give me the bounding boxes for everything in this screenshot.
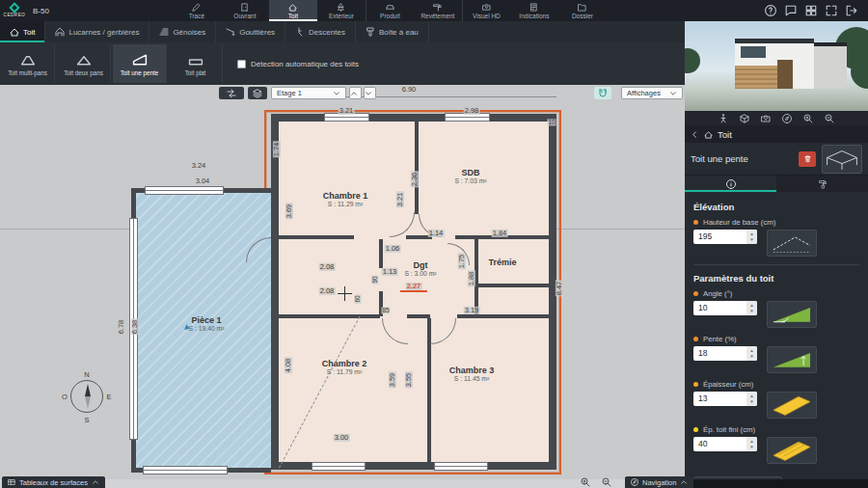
room-label-chambre-1[interactable]: Chambre 1S : 11.29 m² [323, 191, 368, 207]
dimension-label[interactable]: 3.21 [396, 192, 404, 208]
exit-button[interactable] [846, 5, 858, 17]
dimension-label[interactable]: 3.21 [339, 107, 355, 115]
epaisseur-stepper[interactable]: 13▲▼ [693, 392, 757, 406]
ribbon-tab-bo-te-eau[interactable]: Boîte à eau [356, 21, 429, 42]
dimension-label[interactable]: 6.90 [401, 86, 418, 94]
nav-tab-trac-[interactable]: Tracé [173, 0, 221, 21]
stepper-arrows-icon[interactable]: ▲▼ [746, 392, 757, 406]
dimension-label[interactable]: 1.75 [458, 254, 466, 270]
selected-dimension-line[interactable] [400, 290, 427, 292]
delete-roof-button[interactable] [799, 151, 816, 167]
dimension-label[interactable]: 60 [354, 294, 361, 303]
checkbox-icon[interactable] [237, 60, 246, 68]
screens-button[interactable] [805, 5, 818, 17]
dimension-label[interactable]: 1.13 [382, 268, 398, 276]
floor-up-button[interactable] [349, 87, 362, 99]
dimension-label[interactable]: 2.36 [411, 172, 419, 188]
ribbon-tab-g-noises[interactable]: Génoises [149, 21, 216, 42]
zoom-out-button[interactable] [598, 476, 615, 488]
preview-3d[interactable] [685, 21, 868, 111]
display-options-select[interactable]: Affichages [621, 87, 683, 99]
cube-button[interactable] [740, 114, 749, 123]
tab-roof-info[interactable] [685, 176, 776, 192]
surface-tables-button[interactable]: Tableaux de surfaces [2, 476, 105, 488]
auto-detect-checkbox[interactable]: Détection automatique des toits [237, 60, 359, 68]
roof-preview-thumbnail[interactable] [822, 145, 862, 174]
stepper-arrows-icon[interactable]: ▲▼ [746, 437, 757, 451]
dimension-label[interactable]: 6.38 [131, 319, 139, 336]
compass-button[interactable] [782, 114, 792, 123]
camera-button[interactable] [761, 114, 771, 123]
dimension-label[interactable]: 1.84 [492, 230, 508, 237]
dimension-label[interactable]: 6.78 [118, 319, 125, 336]
dimension-label[interactable]: 1.74 [273, 142, 281, 158]
nav-tab-visuel-hd[interactable]: Visuel HD [462, 0, 510, 21]
expand-button[interactable] [826, 5, 838, 17]
house-3d-side [814, 42, 847, 89]
angle-stepper[interactable]: 10▲▼ [693, 301, 757, 315]
nav-tab-dossier[interactable]: Dossier [558, 0, 607, 21]
dimension-label[interactable]: 1.06 [385, 245, 401, 253]
dimension-label[interactable]: 4.08 [285, 358, 292, 374]
dimension-label[interactable]: 3.00 [334, 434, 350, 442]
dimension-label[interactable]: 2.08 [319, 263, 336, 271]
snap-magnet-button[interactable] [594, 87, 611, 99]
help-button[interactable] [765, 5, 777, 17]
room-label-chambre-3[interactable]: Chambre 3S : 11.45 m² [449, 366, 495, 382]
zoom-in-button[interactable] [803, 114, 813, 123]
tab-roof-material[interactable] [776, 176, 868, 192]
dimension-label[interactable]: 3.55 [405, 372, 413, 389]
floor-plan-canvas[interactable]: Chambre 1S : 11.29 m²SDBS : 7.03 m²Trémi… [0, 85, 685, 479]
room-label-pi-ce-1[interactable]: Pièce 1S : 19.40 m² [188, 315, 224, 332]
room-label-chambre-2[interactable]: Chambre 2S : 11.79 m² [322, 359, 367, 375]
ribbon-tab-lucarnes-gerbi-res[interactable]: Lucarnes / gerbières [45, 21, 149, 42]
pente-stepper[interactable]: 18▲▼ [693, 346, 757, 361]
chevron-left-icon[interactable] [691, 130, 699, 139]
nav-tab-rev-tement[interactable]: Revêtement [414, 0, 462, 21]
dimension-label[interactable]: 3.59 [389, 372, 396, 389]
zoom-in-button[interactable] [577, 476, 594, 488]
stepper-arrows-icon[interactable]: ▲▼ [746, 301, 757, 315]
stepper-arrows-icon[interactable]: ▲▼ [746, 230, 757, 244]
nav-tab-ext-rieur[interactable]: Extérieur [317, 0, 366, 21]
room-label-tr-mie[interactable]: Trémie [488, 258, 516, 267]
dimension-label[interactable]: 1.14 [428, 230, 445, 237]
dimension-label[interactable]: 1.88 [468, 271, 475, 287]
chat-button[interactable] [785, 5, 798, 17]
room-label-dgt[interactable]: DgtS : 3.00 m² [404, 260, 436, 277]
room-label-sdb[interactable]: SDBS : 7.03 m² [454, 168, 486, 184]
field-bullet-icon [693, 220, 698, 225]
nav-tab-indications[interactable]: Indications [510, 0, 558, 21]
ep-toit-fini-stepper[interactable]: 40▲▼ [693, 437, 757, 451]
tool-toit-multi-pans[interactable]: Toit multi-pans [1, 44, 55, 83]
nav-tab-toit[interactable]: Toit [269, 0, 317, 21]
walk-button[interactable] [719, 114, 728, 123]
dimension-label[interactable]: 2.08 [319, 287, 336, 295]
dimension-label[interactable]: 3.24 [191, 162, 207, 170]
floor-down-button[interactable] [364, 87, 376, 99]
dimension-label[interactable]: 10 [547, 119, 556, 125]
tool-toit-deux-pans[interactable]: Toit deux pans [57, 44, 111, 83]
dimension-label[interactable]: 3.69 [285, 203, 293, 220]
hauteur-base-stepper[interactable]: 195▲▼ [693, 230, 757, 244]
layers-button[interactable] [248, 87, 267, 99]
tool-toit-plat[interactable]: Toit plat [169, 44, 223, 83]
dimension-label-selected[interactable]: 2.27 [406, 283, 422, 290]
floor-select[interactable]: Etage 1 [271, 87, 346, 99]
dimension-label[interactable]: 3.04 [195, 177, 211, 185]
stepper-arrows-icon[interactable]: ▲▼ [746, 346, 757, 361]
dimension-label[interactable]: 90 [371, 275, 378, 284]
ribbon-tab-goutti-res[interactable]: Gouttières [216, 21, 285, 42]
dimension-label[interactable]: 2.98 [464, 107, 480, 115]
zoom-out-button[interactable] [825, 114, 834, 123]
ribbon-tab-descentes[interactable]: Descentes [285, 21, 356, 42]
navigation-button[interactable]: Navigation [625, 476, 693, 488]
nav-tab-ouvrant[interactable]: Ouvrant [221, 0, 269, 21]
nav-tab-produit[interactable]: Produit [366, 0, 414, 21]
undo-redo-button[interactable] [219, 87, 244, 99]
dimension-label[interactable]: 85 [381, 307, 390, 313]
dimension-label[interactable]: 3.19 [464, 307, 480, 314]
ribbon-tab-toit[interactable]: Toit [0, 21, 45, 42]
tool-toit-une-pente[interactable]: Toit une pente [113, 44, 167, 83]
dimension-label[interactable]: 8.47 [556, 281, 563, 297]
